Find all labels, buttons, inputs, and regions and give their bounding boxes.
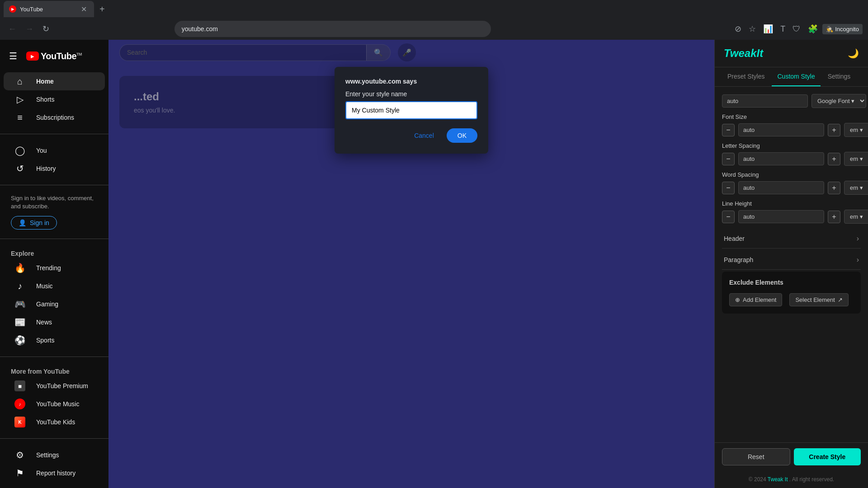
nav-section: ⌂ Home ▷ Shorts ≡ Subscriptions [0,69,108,130]
paragraph-section-label: Paragraph [724,256,753,263]
sign-in-text: Sign in to like videos, comment, and sub… [11,194,98,211]
paragraph-section-row[interactable]: Paragraph › [722,250,861,270]
sidebar-item-kids-label: YouTube Kids [36,418,75,426]
sidebar-header: ☰ YouTubeTM [0,43,108,69]
dialog-overlay: www.youtube.com says Enter your style na… [108,40,714,488]
letter-spacing-decrease-button[interactable]: − [722,153,735,165]
letter-spacing-increase-button[interactable]: + [828,153,840,165]
report-icon: ⚑ [14,468,25,479]
url-bar[interactable]: youtube.com [175,21,491,37]
sidebar-item-report-history[interactable]: ⚑ Report history [4,464,105,482]
add-element-button[interactable]: ⊕ Add Element [729,293,782,306]
font-family-input[interactable] [722,94,808,108]
youtube-logo-icon [26,52,39,61]
sidebar-item-history[interactable]: ↺ History [4,160,105,178]
divider-2 [0,185,108,185]
sidebar-item-settings-label: Settings [36,451,59,459]
sidebar-item-music-label: Music [36,282,53,290]
url-text: youtube.com [182,25,218,33]
tweakit-footer-buttons: Reset Create Style [715,442,868,471]
tweakit-panel: TweakIt 🌙 Preset Styles Custom Style Set… [714,40,868,488]
add-element-icon: ⊕ [735,296,740,303]
letter-spacing-unit-select[interactable]: em ▾ [844,152,868,166]
extensions-icon[interactable]: 🧩 [805,22,821,36]
line-height-unit-select[interactable]: em ▾ [844,210,868,224]
tab-preset-styles[interactable]: Preset Styles [722,67,770,86]
sidebar-item-sports-label: Sports [36,337,54,344]
reset-button[interactable]: Reset [722,448,790,465]
font-size-increase-button[interactable]: + [828,124,840,136]
font-size-input[interactable] [738,123,824,136]
word-spacing-input[interactable] [738,181,824,194]
youtube-logo[interactable]: YouTubeTM [26,51,82,61]
tab-favicon: ▶ [9,5,16,13]
exclude-elements-box: Exclude Elements ⊕ Add Element Select El… [722,272,861,314]
dialog-ok-button[interactable]: OK [447,128,477,143]
help-icon: ? [14,486,25,488]
select-element-button[interactable]: Select Element ↗ [789,293,848,306]
sidebar-item-premium[interactable]: ◼ YouTube Premium [4,377,105,395]
font-family-select[interactable]: Google Font ▾ [811,94,866,108]
sidebar-item-settings[interactable]: ⚙ Settings [4,446,105,464]
letter-spacing-section: Letter Spacing − + em ▾ [722,142,861,166]
sidebar-item-help[interactable]: ? Help [4,482,105,488]
sidebar-item-trending[interactable]: 🔥 Trending [4,259,105,277]
stats-icon[interactable]: 📊 [760,22,776,36]
font-size-section: Font Size − + em ▾ [722,113,861,137]
letter-spacing-label: Letter Spacing [722,142,861,149]
sidebar-item-shorts[interactable]: ▷ Shorts [4,90,105,108]
create-style-button[interactable]: Create Style [794,448,861,465]
tweakit-body: Google Font ▾ Font Size − + em ▾ Lett [715,87,868,442]
music-icon: ♪ [14,281,25,291]
font-family-row: Google Font ▾ [722,94,861,108]
active-tab[interactable]: ▶ YouTube ✕ [4,1,94,17]
sidebar-item-kids[interactable]: K YouTube Kids [4,413,105,431]
word-spacing-decrease-button[interactable]: − [722,182,735,194]
sidebar-item-home[interactable]: ⌂ Home [4,72,105,90]
sidebar-item-premium-label: YouTube Premium [36,382,88,389]
tab-custom-style[interactable]: Custom Style [772,67,820,86]
sidebar-item-subscriptions[interactable]: ≡ Subscriptions [4,108,105,127]
select-element-label: Select Element [795,296,835,303]
hamburger-menu-button[interactable]: ☰ [7,49,19,63]
dialog-cancel-button[interactable]: Cancel [405,128,443,143]
sign-in-button[interactable]: 👤 Sign in [11,216,57,230]
tweakit-moon-icon[interactable]: 🌙 [848,48,859,59]
youtube-kids-icon: K [14,417,25,427]
line-height-input[interactable] [738,210,824,223]
sidebar-item-music[interactable]: ♪ Music [4,277,105,295]
tab-settings[interactable]: Settings [822,67,856,86]
line-height-decrease-button[interactable]: − [722,211,735,223]
divider-1 [0,134,108,134]
dialog-label: Enter your style name [345,90,477,98]
tweakit-header: TweakIt 🌙 [715,40,868,67]
sidebar-item-sports[interactable]: ⚽ Sports [4,331,105,349]
back-button[interactable]: ← [5,23,19,36]
add-element-label: Add Element [743,296,776,303]
bookmark-icon[interactable]: ☆ [746,22,759,36]
font-size-decrease-button[interactable]: − [722,124,735,136]
gaming-icon: 🎮 [14,299,25,310]
sidebar-item-report-history-label: Report history [36,469,75,477]
new-tab-button[interactable]: + [96,2,108,16]
sidebar-item-news[interactable]: 📰 News [4,313,105,331]
tweakit-link[interactable]: Tweak It [768,476,788,483]
extension-icon[interactable]: ⊘ [732,22,744,36]
shield-icon[interactable]: 🛡 [790,23,803,36]
youtube-logo-sup: TM [76,52,82,56]
line-height-increase-button[interactable]: + [828,211,840,223]
word-spacing-increase-button[interactable]: + [828,182,840,194]
sidebar-item-you[interactable]: ◯ You [4,141,105,160]
word-spacing-unit-select[interactable]: em ▾ [844,181,868,195]
sidebar-item-gaming[interactable]: 🎮 Gaming [4,295,105,313]
tab-close-button[interactable]: ✕ [79,4,89,14]
person-icon: 👤 [19,219,26,226]
refresh-button[interactable]: ↻ [40,22,52,36]
translate-icon[interactable]: T [778,23,788,36]
sidebar-item-youtube-music[interactable]: ♪ YouTube Music [4,395,105,413]
header-section-row[interactable]: Header › [722,229,861,249]
font-size-unit-select[interactable]: em ▾ [844,123,868,137]
forward-button[interactable]: → [23,23,36,36]
letter-spacing-input[interactable] [738,152,824,165]
dialog-style-name-input[interactable] [345,101,477,119]
